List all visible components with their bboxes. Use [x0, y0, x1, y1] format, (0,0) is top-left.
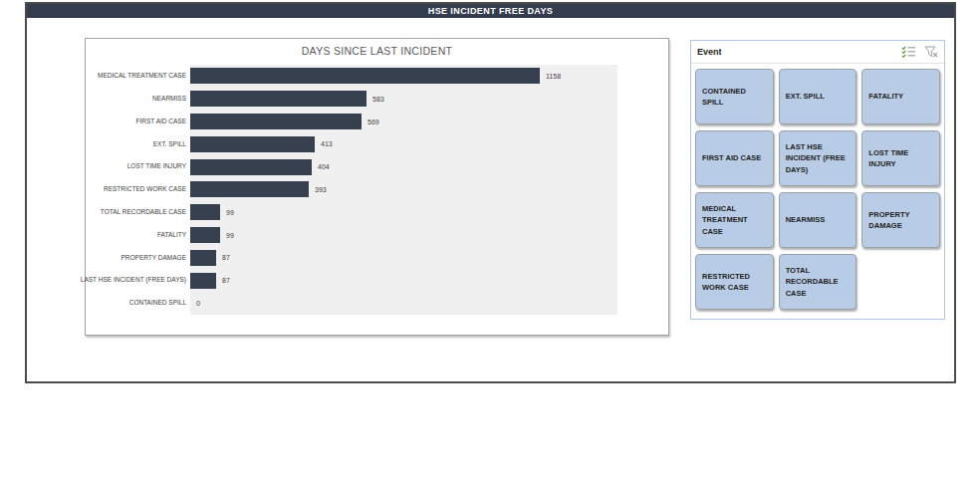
category-label: CONTAINED SPILL: [90, 292, 186, 315]
slicer-button-grid: CONTAINED SPILLEXT. SPILLFATALITYFIRST A…: [691, 64, 944, 315]
bar[interactable]: [190, 227, 220, 243]
event-slicer: Event: [690, 40, 945, 320]
slicer-button-lost-time-injury[interactable]: LOST TIME INJURY: [861, 130, 940, 186]
report-page: HSE INCIDENT FREE DAYS DAYS SINCE LAST I…: [25, 2, 956, 383]
bar-row: 1158: [190, 65, 617, 88]
bar-row: 99: [190, 224, 617, 247]
bar-value-label: 87: [222, 277, 230, 284]
slicer-button-total-recordable-case[interactable]: TOTAL RECORDABLE CASE: [779, 254, 858, 310]
report-header: HSE INCIDENT FREE DAYS: [27, 4, 954, 18]
bar-value-label: 0: [196, 300, 200, 307]
select-all-icon[interactable]: [901, 46, 916, 58]
category-label: NEARMISS: [90, 88, 186, 111]
bar[interactable]: [190, 114, 362, 129]
bar-row: 569: [190, 111, 617, 133]
bar-value-label: 404: [318, 163, 330, 170]
bar[interactable]: [190, 181, 309, 197]
category-label: LAST HSE INCIDENT (FREE DAYS): [90, 269, 186, 292]
bar-value-label: 583: [372, 96, 384, 103]
bar-row: 404: [190, 155, 617, 178]
slicer-button-last-hse-incident-free-days[interactable]: LAST HSE INCIDENT (FREE DAYS): [779, 130, 858, 186]
bar-row: 413: [190, 132, 617, 155]
slicer-header: Event: [691, 41, 944, 64]
clear-filter-icon[interactable]: [924, 46, 938, 58]
bar-row: 99: [190, 201, 617, 224]
bar-value-label: 87: [222, 254, 230, 261]
bar[interactable]: [190, 159, 312, 175]
bar-value-label: 413: [321, 140, 333, 147]
slicer-button-ext-spill[interactable]: EXT. SPILL: [779, 69, 858, 124]
chart-title: DAYS SINCE LAST INCIDENT: [86, 45, 668, 57]
bar[interactable]: [190, 68, 540, 84]
bar-value-label: 569: [368, 119, 379, 125]
slicer-button-contained-spill[interactable]: CONTAINED SPILL: [695, 69, 774, 124]
category-label: RESTRICTED WORK CASE: [90, 178, 186, 201]
bar-value-label: 1158: [546, 73, 561, 80]
bar-value-label: 393: [315, 186, 327, 193]
bar[interactable]: [190, 250, 216, 266]
slicer-toolbar: [901, 46, 938, 58]
category-label: FIRST AID CASE: [90, 111, 186, 133]
bar[interactable]: [190, 204, 220, 220]
category-label: MEDICAL TREATMENT CASE: [90, 65, 186, 88]
slicer-button-property-damage[interactable]: PROPERTY DAMAGE: [861, 192, 940, 248]
bar-row: 87: [190, 269, 617, 292]
bar-value-label: 99: [226, 232, 234, 239]
page-title: HSE INCIDENT FREE DAYS: [428, 6, 554, 16]
bar[interactable]: [190, 273, 216, 289]
bar[interactable]: [190, 91, 367, 107]
chart-plot-area: 1158583569413404393999987870: [190, 65, 617, 315]
slicer-button-fatality[interactable]: FATALITY: [861, 69, 940, 124]
category-label: LOST TIME INJURY: [90, 155, 186, 178]
slicer-button-medical-treatment-case[interactable]: MEDICAL TREATMENT CASE: [695, 192, 774, 248]
bar-value-label: 99: [226, 209, 234, 216]
bar-row: 0: [190, 292, 617, 315]
bar-chart-card: DAYS SINCE LAST INCIDENT MEDICAL TREATME…: [85, 38, 669, 336]
category-label: FATALITY: [90, 224, 186, 247]
category-label: EXT. SPILL: [90, 132, 186, 155]
bar[interactable]: [190, 136, 315, 152]
bar-row: 583: [190, 88, 617, 111]
slicer-button-nearmiss[interactable]: NEARMISS: [779, 192, 858, 248]
slicer-title: Event: [697, 47, 901, 57]
bar-row: 393: [190, 178, 617, 201]
category-label: PROPERTY DAMAGE: [90, 247, 186, 270]
chart-category-axis: MEDICAL TREATMENT CASENEARMISSFIRST AID …: [90, 65, 186, 315]
slicer-button-restricted-work-case[interactable]: RESTRICTED WORK CASE: [695, 254, 774, 310]
bar-row: 87: [190, 247, 617, 270]
slicer-button-first-aid-case[interactable]: FIRST AID CASE: [695, 130, 774, 186]
category-label: TOTAL RECORDABLE CASE: [90, 201, 186, 224]
